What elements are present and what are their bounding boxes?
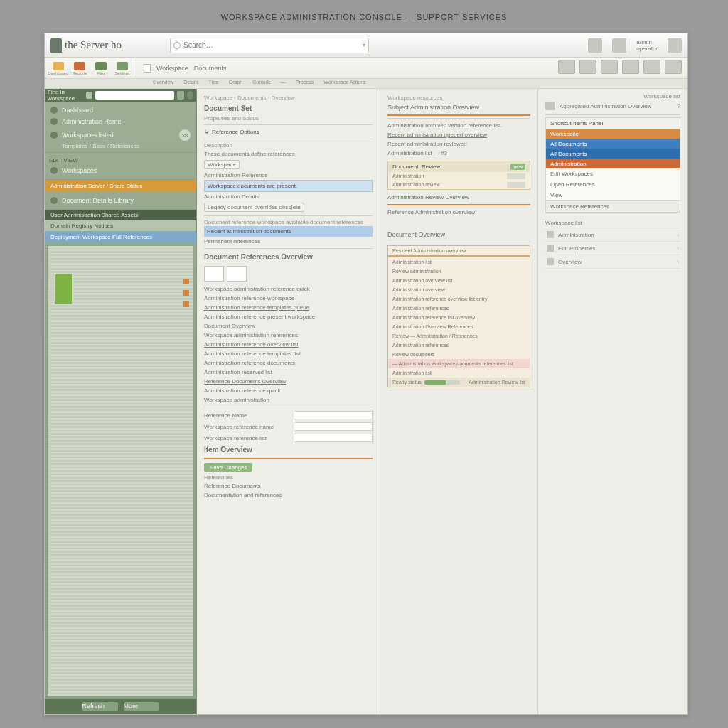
subtab-2[interactable]: Tree [206,79,222,88]
user-name: admin [636,39,658,46]
divider [545,114,680,115]
section-ref-options: ↳ Reference Options [204,127,373,136]
view-thumb-6[interactable] [665,60,682,74]
stripe-0[interactable]: Workspace [546,129,680,139]
sidebar-highlight-item[interactable]: Administration Server / Share Status [45,180,196,192]
aside-item-0[interactable]: Administration› [545,228,680,242]
view-thumb-1[interactable] [558,60,575,74]
gear-icon[interactable] [668,38,682,53]
list-item: Administration reference quick [204,386,373,395]
card-header: Shortcut Items Panel [546,118,680,129]
colb-foot1: Reference Administration overview [387,208,530,217]
chip-2[interactable]: Legacy document overrides obsolete [204,203,304,212]
aside-item-2[interactable]: Overview› [545,255,680,269]
chip-row-1[interactable]: Workspace documents are present. [204,180,373,192]
sidebar-group-item-0[interactable]: Workspaces [49,165,192,176]
card-row-0[interactable]: Edit Workspaces [546,168,680,179]
app-logo[interactable]: the Server ho [50,38,122,53]
chevron-down-icon[interactable]: ▾ [363,42,365,48]
sidebar-item-admin-home[interactable]: Administration Home [49,116,192,127]
list-item[interactable]: Reference Documents Overview [204,377,373,386]
card-row-2[interactable]: View [546,190,680,200]
subtab-7[interactable]: Workspace Actions [321,79,368,88]
aside-item-1[interactable]: Edit Properties› [545,242,680,255]
user-menu[interactable]: admin operator [636,39,658,52]
field-input[interactable] [294,411,373,419]
sidebar-tree-1[interactable]: User Administration Shared Assets [45,210,196,220]
tb-dashboard[interactable]: Dashboard [49,59,68,77]
chip-row-0: Workspace [204,159,373,171]
tb-settings[interactable]: Settings [113,59,132,77]
status-row-1[interactable]: Administration review [388,181,530,189]
save-link[interactable]: Save Changes [204,461,373,473]
crumb-0[interactable]: Workspace [156,65,188,72]
global-search[interactable]: ▾ [170,38,369,53]
field-input[interactable] [294,434,373,442]
subtab-4[interactable]: Console [250,79,274,88]
save-button[interactable]: Save Changes [204,463,252,472]
stripe-3[interactable]: Administration [546,159,680,168]
list-item[interactable]: Administration reference templates queue [204,303,373,312]
notifications-icon[interactable] [612,38,626,53]
search-input[interactable] [181,41,363,49]
sidebar-tree-3-selected[interactable]: Deployment Workspace Full References [45,231,196,243]
box1-row-0[interactable]: Recent administration queued overview [387,130,530,139]
stripe-1[interactable]: All Documents [546,139,680,149]
field-row: Workspace reference list [204,432,373,444]
colc-list-title: Workspace list [545,218,680,228]
panel2-row: Administration overview list [388,276,530,285]
shortcut-card: Shortcut Items Panel Workspace All Docum… [545,117,680,213]
list-item: Workspace administration references [204,331,373,340]
list-item: Administration reference present workspa… [204,312,373,321]
tb-reports[interactable]: Reports [70,59,89,77]
status-row-0[interactable]: Administration [388,172,530,181]
toolbar: Dashboard Reports Files Settings Workspa… [45,58,687,79]
sidebar-search-input[interactable] [95,91,174,100]
view-thumb-4[interactable] [622,60,639,74]
panel2-alert-row[interactable]: — Administration workspace documents ref… [388,359,530,368]
tb-files[interactable]: Files [92,59,110,77]
refresh-icon[interactable] [187,91,193,100]
hl-row-0[interactable]: Recent administration documents [204,226,373,237]
colc-sec1-title-row: Aggregated Administration Overview ? [545,100,680,112]
field-group: Reference NameWorkspace reference nameWo… [204,410,373,444]
list-item[interactable]: Administration reference overview list [204,340,373,349]
sidebar-sub-0[interactable]: Templates / Base / References [49,143,192,149]
hl-row-1: Permanent references [204,237,373,246]
help-icon[interactable]: ? [677,102,680,109]
sidebar-item-workspaces[interactable]: Workspaces listed ×8 [49,127,192,143]
crumb-1[interactable]: Documents [194,65,227,72]
card-row-1[interactable]: Open References [546,179,680,190]
thumb-b[interactable] [227,266,247,282]
sidebar-more-button[interactable]: More [124,702,159,711]
list-item: Administration reference documents [204,358,373,368]
sidebar-search-go[interactable] [177,91,183,100]
panel2-last: Administration list [388,368,530,378]
view-thumb-3[interactable] [601,60,618,74]
app-title: WORKSPACE ADMINISTRATION CONSOLE — SUPPO… [0,13,728,21]
subtab-6[interactable]: Process [293,79,316,88]
header-bar: the Server ho ▾ admin operator [45,33,687,58]
sidebar-item-dashboard[interactable]: Dashboard [49,105,192,116]
view-thumb-2[interactable] [579,60,596,74]
field-label: Workspace reference list [204,435,289,441]
sidebar-tree-2[interactable]: Domain Registry Notices [45,220,196,231]
accent-divider [387,204,530,205]
sidebar-minimap[interactable] [48,246,193,696]
sidebar-tree-0[interactable]: Document Details Library [49,195,192,206]
chip-0[interactable]: Workspace [204,160,240,169]
view-thumb-5[interactable] [643,60,660,74]
subtab-1[interactable]: Details [181,79,201,88]
sidebar-refresh-button[interactable]: Refresh [82,702,118,711]
stripe-2[interactable]: All Documents [546,149,680,159]
thumb-a[interactable] [204,266,224,282]
colb-link-1[interactable]: Administration Review Overview [387,193,530,202]
accent-divider [387,114,530,116]
home-icon [50,118,58,125]
list-item: Workspace administration [204,395,373,405]
cart-icon[interactable] [588,38,602,53]
subtab-3[interactable]: Graph [226,79,245,88]
field-row: Reference Name [204,410,373,421]
subtab-0[interactable]: Overview [150,79,176,88]
field-input[interactable] [294,422,373,431]
